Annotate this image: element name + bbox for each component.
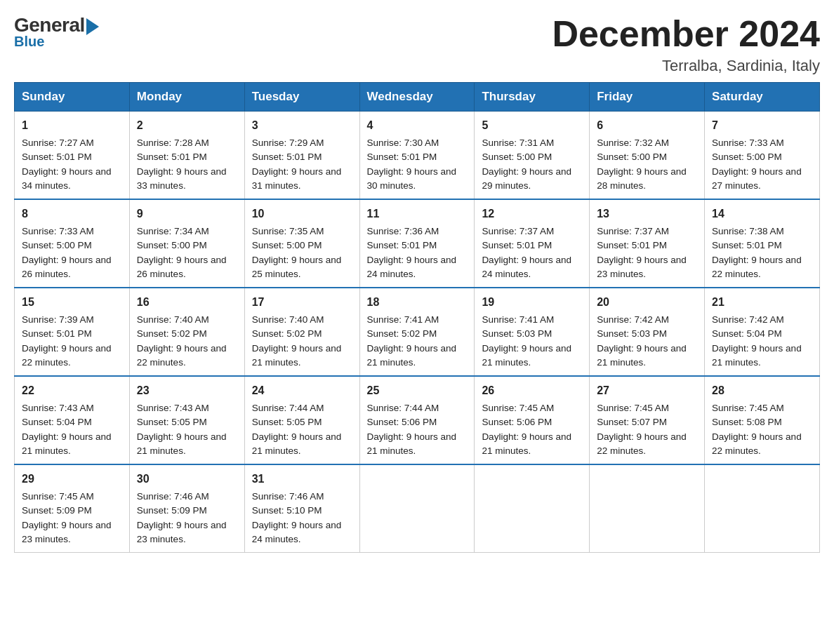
daylight-text: Daylight: 9 hours and 24 minutes. [252,520,342,544]
calendar-cell: 28Sunrise: 7:45 AMSunset: 5:08 PMDayligh… [705,376,820,464]
daylight-text: Daylight: 9 hours and 21 minutes. [252,431,342,456]
logo: General Blue [14,14,99,50]
calendar-cell: 21Sunrise: 7:42 AMSunset: 5:04 PMDayligh… [705,288,820,376]
day-number: 24 [252,382,352,399]
logo-blue-text: Blue [14,34,44,50]
calendar-cell: 27Sunrise: 7:45 AMSunset: 5:07 PMDayligh… [590,376,705,464]
day-number: 22 [22,382,122,399]
sunrise-text: Sunrise: 7:41 AM [367,314,439,325]
daylight-text: Daylight: 9 hours and 21 minutes. [597,343,687,368]
daylight-text: Daylight: 9 hours and 21 minutes. [482,343,571,368]
daylight-text: Daylight: 9 hours and 22 minutes. [597,431,687,456]
calendar-cell: 23Sunrise: 7:43 AMSunset: 5:05 PMDayligh… [129,376,244,464]
sunset-text: Sunset: 5:01 PM [712,240,782,250]
sunset-text: Sunset: 5:01 PM [367,240,437,250]
title-area: December 2024 Terralba, Sardinia, Italy [552,14,820,75]
sunset-text: Sunset: 5:02 PM [367,328,437,339]
day-number: 21 [712,294,812,311]
week-row-2: 8Sunrise: 7:33 AMSunset: 5:00 PMDaylight… [15,199,820,288]
sunrise-text: Sunrise: 7:37 AM [482,226,554,236]
sunset-text: Sunset: 5:00 PM [252,240,322,250]
page-header: General Blue December 2024 Terralba, Sar… [14,14,820,75]
sunset-text: Sunset: 5:01 PM [137,152,207,162]
day-number: 9 [137,206,237,222]
day-number: 13 [597,206,697,222]
daylight-text: Daylight: 9 hours and 26 minutes. [22,255,112,279]
calendar-cell: 7Sunrise: 7:33 AMSunset: 5:00 PMDaylight… [705,112,820,200]
daylight-text: Daylight: 9 hours and 21 minutes. [712,343,802,368]
sunrise-text: Sunrise: 7:40 AM [252,314,324,325]
calendar-cell: 15Sunrise: 7:39 AMSunset: 5:01 PMDayligh… [15,288,130,376]
daylight-text: Daylight: 9 hours and 33 minutes. [137,166,227,191]
day-number: 8 [22,206,122,222]
calendar-table: SundayMondayTuesdayWednesdayThursdayFrid… [14,82,820,553]
header-row: SundayMondayTuesdayWednesdayThursdayFrid… [15,83,820,112]
column-header-sunday: Sunday [15,83,130,112]
day-number: 6 [597,117,697,134]
week-row-5: 29Sunrise: 7:45 AMSunset: 5:09 PMDayligh… [15,464,820,553]
calendar-cell: 14Sunrise: 7:38 AMSunset: 5:01 PMDayligh… [705,199,820,288]
calendar-cell: 16Sunrise: 7:40 AMSunset: 5:02 PMDayligh… [129,288,244,376]
sunrise-text: Sunrise: 7:35 AM [252,226,324,236]
calendar-cell: 25Sunrise: 7:44 AMSunset: 5:06 PMDayligh… [359,376,475,464]
sunset-text: Sunset: 5:08 PM [712,417,782,427]
sunrise-text: Sunrise: 7:36 AM [367,226,439,236]
sunrise-text: Sunrise: 7:42 AM [597,314,669,325]
daylight-text: Daylight: 9 hours and 21 minutes. [22,431,112,456]
sunset-text: Sunset: 5:00 PM [137,240,207,250]
day-number: 27 [597,382,697,399]
sunrise-text: Sunrise: 7:41 AM [482,314,554,325]
sunrise-text: Sunrise: 7:44 AM [252,403,324,413]
sunrise-text: Sunrise: 7:45 AM [712,403,784,413]
sunset-text: Sunset: 5:07 PM [597,417,667,427]
sunset-text: Sunset: 5:00 PM [597,152,667,162]
day-number: 15 [22,294,122,311]
calendar-cell: 6Sunrise: 7:32 AMSunset: 5:00 PMDaylight… [590,112,705,200]
sunrise-text: Sunrise: 7:46 AM [252,491,324,502]
sunset-text: Sunset: 5:01 PM [22,328,92,339]
sunset-text: Sunset: 5:05 PM [137,417,207,427]
calendar-cell [590,464,705,553]
sunset-text: Sunset: 5:01 PM [252,152,322,162]
day-number: 1 [22,117,122,134]
day-number: 30 [137,471,237,488]
sunrise-text: Sunrise: 7:44 AM [367,403,439,413]
sunrise-text: Sunrise: 7:42 AM [712,314,784,325]
calendar-cell: 4Sunrise: 7:30 AMSunset: 5:01 PMDaylight… [359,112,475,200]
calendar-cell: 30Sunrise: 7:46 AMSunset: 5:09 PMDayligh… [129,464,244,553]
day-number: 2 [137,117,237,134]
daylight-text: Daylight: 9 hours and 21 minutes. [137,431,227,456]
calendar-cell: 31Sunrise: 7:46 AMSunset: 5:10 PMDayligh… [244,464,359,553]
calendar-cell: 5Sunrise: 7:31 AMSunset: 5:00 PMDaylight… [475,112,590,200]
daylight-text: Daylight: 9 hours and 25 minutes. [252,255,342,279]
sunrise-text: Sunrise: 7:31 AM [482,137,554,148]
day-number: 11 [367,206,468,222]
sunset-text: Sunset: 5:06 PM [367,417,437,427]
sunset-text: Sunset: 5:04 PM [712,328,782,339]
sunset-text: Sunset: 5:09 PM [22,505,92,516]
sunset-text: Sunset: 5:01 PM [22,152,92,162]
location: Terralba, Sardinia, Italy [552,57,820,75]
calendar-cell [359,464,475,553]
sunrise-text: Sunrise: 7:29 AM [252,137,324,148]
daylight-text: Daylight: 9 hours and 23 minutes. [597,255,687,279]
calendar-cell: 24Sunrise: 7:44 AMSunset: 5:05 PMDayligh… [244,376,359,464]
daylight-text: Daylight: 9 hours and 27 minutes. [712,166,802,191]
calendar-cell: 8Sunrise: 7:33 AMSunset: 5:00 PMDaylight… [15,199,130,288]
column-header-wednesday: Wednesday [359,83,475,112]
column-header-monday: Monday [129,83,244,112]
day-number: 5 [482,117,582,134]
sunset-text: Sunset: 5:10 PM [252,505,322,516]
day-number: 26 [482,382,582,399]
sunset-text: Sunset: 5:05 PM [252,417,322,427]
sunset-text: Sunset: 5:03 PM [597,328,667,339]
calendar-cell: 29Sunrise: 7:45 AMSunset: 5:09 PMDayligh… [15,464,130,553]
column-header-friday: Friday [590,83,705,112]
sunset-text: Sunset: 5:00 PM [22,240,92,250]
daylight-text: Daylight: 9 hours and 23 minutes. [22,520,112,544]
sunset-text: Sunset: 5:01 PM [367,152,437,162]
sunset-text: Sunset: 5:03 PM [482,328,552,339]
daylight-text: Daylight: 9 hours and 21 minutes. [252,343,342,368]
sunset-text: Sunset: 5:01 PM [482,240,552,250]
sunrise-text: Sunrise: 7:33 AM [22,226,94,236]
